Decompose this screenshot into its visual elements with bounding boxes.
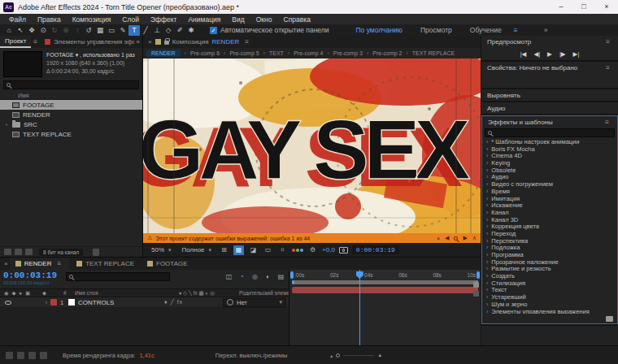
- time-ruler[interactable]: :00s02s04s06s08s10s: [289, 270, 481, 280]
- menu-item[interactable]: Слой: [116, 15, 145, 24]
- workspace-tab[interactable]: Просмотр: [411, 26, 461, 34]
- timeline-zoom-slider[interactable]: ▴ ▲: [330, 353, 382, 358]
- transport-button[interactable]: ▶: [547, 50, 552, 58]
- collapse-bar-icon[interactable]: ∧: [472, 235, 477, 241]
- status-icon-4[interactable]: [40, 352, 47, 359]
- project-panel-menu-icon[interactable]: ≡: [33, 38, 37, 46]
- maximize-button[interactable]: □: [572, 0, 595, 14]
- timeline-toggle-icon[interactable]: ◔: [237, 273, 246, 287]
- zoom-knob[interactable]: [336, 353, 340, 358]
- lock-icon[interactable]: [164, 41, 169, 45]
- breadcrumb-item[interactable]: Pre-comp 5: [220, 50, 259, 56]
- timeline-search[interactable]: [66, 272, 170, 281]
- tool-icon[interactable]: T: [128, 25, 140, 36]
- breadcrumb-item[interactable]: TEXT: [259, 50, 284, 56]
- project-search[interactable]: [3, 80, 139, 89]
- tool-icon[interactable]: ✱: [185, 25, 197, 36]
- effects-search-input[interactable]: [495, 129, 611, 136]
- timeline-toggle-icon[interactable]: ▤: [276, 273, 285, 287]
- region-of-interest-icon[interactable]: ⊞: [219, 245, 229, 255]
- align-title[interactable]: Выровнять: [487, 92, 520, 99]
- current-timecode[interactable]: 0:00:03:19: [3, 271, 57, 280]
- tool-icon[interactable]: ✎: [117, 25, 128, 36]
- timeline-track-area[interactable]: :00s02s04s06s08s10s: [289, 270, 481, 345]
- timeline-toggle-icon[interactable]: ◎: [250, 273, 259, 287]
- toggle-switches-modes[interactable]: Перекл. выключ./режимы: [215, 352, 287, 359]
- zoom-out-icon[interactable]: ▴: [330, 353, 333, 358]
- minimize-button[interactable]: –: [550, 0, 572, 14]
- tool-icon[interactable]: ▭: [106, 25, 117, 36]
- breadcrumb-item[interactable]: TEXT REPLACE: [402, 50, 455, 56]
- delete-icon[interactable]: [93, 249, 99, 256]
- pickwhip-icon[interactable]: [227, 299, 233, 306]
- project-item-render[interactable]: RENDER: [0, 110, 142, 119]
- breadcrumb-item[interactable]: Pre-comp 3: [323, 50, 363, 56]
- tool-icon[interactable]: ↻: [49, 25, 60, 36]
- menu-item[interactable]: Эффект: [145, 15, 183, 24]
- checkbox-checked-icon[interactable]: ✓: [210, 27, 217, 34]
- prev-error-icon[interactable]: ◀: [445, 235, 449, 241]
- layer-name-column[interactable]: Имя слоя: [75, 290, 179, 296]
- auto-open-panels[interactable]: ✓ Автоматическое открытие панели: [210, 26, 329, 34]
- properties-panel-menu-icon[interactable]: ≡: [606, 64, 610, 72]
- project-search-input[interactable]: [14, 81, 136, 89]
- zoom-in-icon[interactable]: ▲: [377, 353, 382, 358]
- menu-item[interactable]: Файл: [3, 15, 32, 24]
- tool-icon[interactable]: ✐: [174, 25, 185, 36]
- breadcrumb-item[interactable]: Pre-comp 2: [363, 50, 403, 56]
- new-panel-icon[interactable]: [606, 316, 613, 322]
- tool-icon[interactable]: ↺: [83, 25, 94, 36]
- breadcrumb-item[interactable]: Pre-comp 6: [181, 50, 220, 56]
- transport-button[interactable]: ◀|: [533, 50, 540, 58]
- audio-title[interactable]: Аудио: [487, 105, 506, 112]
- project-item-text-replace[interactable]: TEXT REPLACE: [0, 129, 142, 139]
- timeline-search-input[interactable]: [76, 273, 167, 280]
- panel-close-icon[interactable]: ×: [148, 38, 152, 46]
- parent-column[interactable]: Родительский элемент: [239, 290, 289, 296]
- parent-dropdown[interactable]: Нет ▾: [223, 298, 286, 307]
- tab-effect-controls[interactable]: Элементы управления эффек: [40, 38, 134, 46]
- transparency-grid-icon[interactable]: ▦: [233, 245, 244, 255]
- tool-icon[interactable]: ⊥: [151, 25, 163, 36]
- preview-panel-menu-icon[interactable]: ≡: [606, 38, 610, 46]
- layer-duration-bar[interactable]: [292, 287, 478, 293]
- tool-icon[interactable]: ↖: [15, 25, 26, 36]
- menu-item[interactable]: Правка: [32, 15, 67, 24]
- composition-tab-name[interactable]: RENDER: [212, 38, 240, 46]
- timeline-tab-render[interactable]: RENDER ≡: [10, 258, 69, 270]
- status-icon-3[interactable]: [28, 352, 36, 359]
- menu-item[interactable]: Композиция: [67, 15, 117, 24]
- new-folder-icon[interactable]: [15, 249, 22, 255]
- label-color-chip[interactable]: [50, 299, 57, 306]
- close-button[interactable]: ×: [595, 0, 618, 14]
- tool-icon[interactable]: ✥: [26, 25, 37, 36]
- expand-caret-icon[interactable]: ›: [42, 300, 50, 306]
- timeline-tab-footage[interactable]: FOOTAGE: [141, 258, 194, 270]
- snapshot-icon[interactable]: [339, 247, 348, 254]
- dismiss-warning-icon[interactable]: ×: [437, 236, 440, 241]
- magnification-dropdown[interactable]: 50%▾: [148, 246, 175, 254]
- timeline-panel-menu-icon[interactable]: ≡: [57, 260, 61, 267]
- zoom-track[interactable]: [343, 355, 374, 356]
- pixel-aspect-icon[interactable]: ⌗: [277, 245, 288, 255]
- layer-name[interactable]: CONTROLS: [78, 299, 164, 306]
- color-depth-badge[interactable]: 8 бит на канал: [39, 249, 83, 256]
- comp-marker-button[interactable]: [473, 282, 479, 288]
- tool-icon[interactable]: ⌂: [3, 25, 15, 36]
- workspace-menu-icon[interactable]: ≡: [514, 26, 518, 34]
- effects-panel-menu-icon[interactable]: ≡: [605, 119, 609, 126]
- transport-button[interactable]: ▶|: [573, 50, 580, 58]
- tool-icon[interactable]: ◇: [163, 25, 174, 36]
- project-item-footage[interactable]: FOOTAGE: [0, 100, 142, 110]
- tool-icon[interactable]: ⊕: [60, 25, 72, 36]
- gear-icon[interactable]: ⚙: [307, 245, 318, 255]
- breadcrumb-item[interactable]: Pre-comp 4: [284, 50, 324, 56]
- workspace-overflow-icon[interactable]: »: [544, 26, 548, 34]
- mask-visibility-icon[interactable]: ◪: [248, 245, 259, 255]
- tool-icon[interactable]: ╱: [140, 25, 151, 36]
- transport-button[interactable]: |▶: [559, 50, 566, 58]
- project-item-src[interactable]: › SRC: [0, 119, 142, 129]
- tab-project[interactable]: Проект: [0, 36, 31, 48]
- layer-row-controls[interactable]: › 1 CONTROLS ♦ ╱ fx Нет ▾: [0, 297, 289, 308]
- composition-canvas[interactable]: GAY SEX GAY SEX: [143, 58, 481, 233]
